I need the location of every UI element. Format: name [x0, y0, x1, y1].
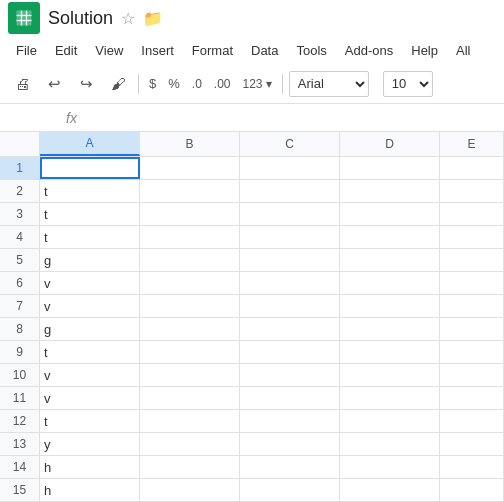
cell-B12[interactable]	[140, 410, 240, 432]
menu-item-help[interactable]: Help	[403, 39, 446, 62]
cell-B7[interactable]	[140, 295, 240, 317]
cell-E15[interactable]	[440, 479, 504, 501]
cell-B5[interactable]	[140, 249, 240, 271]
cell-E3[interactable]	[440, 203, 504, 225]
row-number[interactable]: 3	[0, 203, 40, 225]
cell-E9[interactable]	[440, 341, 504, 363]
row-number[interactable]: 1	[0, 157, 40, 179]
cell-D2[interactable]	[340, 180, 440, 202]
cell-A4[interactable]: t	[40, 226, 140, 248]
row-number[interactable]: 9	[0, 341, 40, 363]
cell-D13[interactable]	[340, 433, 440, 455]
menu-item-data[interactable]: Data	[243, 39, 286, 62]
cell-D11[interactable]	[340, 387, 440, 409]
cell-E1[interactable]	[440, 157, 504, 179]
currency-button[interactable]: $	[145, 70, 160, 98]
cell-A1[interactable]	[40, 157, 140, 179]
cell-D10[interactable]	[340, 364, 440, 386]
cell-B14[interactable]	[140, 456, 240, 478]
col-header-A[interactable]: A	[40, 132, 140, 156]
cell-A15[interactable]: h	[40, 479, 140, 501]
row-number[interactable]: 6	[0, 272, 40, 294]
col-header-C[interactable]: C	[240, 132, 340, 156]
cell-D12[interactable]	[340, 410, 440, 432]
cell-E14[interactable]	[440, 456, 504, 478]
row-number[interactable]: 13	[0, 433, 40, 455]
cell-C9[interactable]	[240, 341, 340, 363]
cell-A7[interactable]: v	[40, 295, 140, 317]
cell-A8[interactable]: g	[40, 318, 140, 340]
menu-item-edit[interactable]: Edit	[47, 39, 85, 62]
cell-C14[interactable]	[240, 456, 340, 478]
menu-item-view[interactable]: View	[87, 39, 131, 62]
cell-D14[interactable]	[340, 456, 440, 478]
cell-E2[interactable]	[440, 180, 504, 202]
col-header-E[interactable]: E	[440, 132, 504, 156]
cell-C7[interactable]	[240, 295, 340, 317]
cell-D1[interactable]	[340, 157, 440, 179]
cell-D5[interactable]	[340, 249, 440, 271]
cell-E7[interactable]	[440, 295, 504, 317]
cell-B4[interactable]	[140, 226, 240, 248]
cell-A10[interactable]: v	[40, 364, 140, 386]
cell-C15[interactable]	[240, 479, 340, 501]
cell-B10[interactable]	[140, 364, 240, 386]
cell-E6[interactable]	[440, 272, 504, 294]
cell-B6[interactable]	[140, 272, 240, 294]
menu-item-file[interactable]: File	[8, 39, 45, 62]
cell-B8[interactable]	[140, 318, 240, 340]
row-number[interactable]: 10	[0, 364, 40, 386]
cell-A9[interactable]: t	[40, 341, 140, 363]
cell-D8[interactable]	[340, 318, 440, 340]
cell-A3[interactable]: t	[40, 203, 140, 225]
row-number[interactable]: 11	[0, 387, 40, 409]
cell-A12[interactable]: t	[40, 410, 140, 432]
star-icon[interactable]: ☆	[121, 9, 135, 28]
paint-format-button[interactable]: 🖌	[104, 70, 132, 98]
cell-C6[interactable]	[240, 272, 340, 294]
menu-item-tools[interactable]: Tools	[288, 39, 334, 62]
cell-C3[interactable]	[240, 203, 340, 225]
redo-button[interactable]: ↪	[72, 70, 100, 98]
cell-A13[interactable]: y	[40, 433, 140, 455]
row-number[interactable]: 2	[0, 180, 40, 202]
cell-D6[interactable]	[340, 272, 440, 294]
cell-C5[interactable]	[240, 249, 340, 271]
row-number[interactable]: 12	[0, 410, 40, 432]
cell-E10[interactable]	[440, 364, 504, 386]
row-number[interactable]: 14	[0, 456, 40, 478]
cell-B11[interactable]	[140, 387, 240, 409]
cell-C1[interactable]	[240, 157, 340, 179]
cell-B13[interactable]	[140, 433, 240, 455]
cell-A5[interactable]: g	[40, 249, 140, 271]
menu-item-all[interactable]: All	[448, 39, 478, 62]
cell-B2[interactable]	[140, 180, 240, 202]
cell-C4[interactable]	[240, 226, 340, 248]
row-number[interactable]: 8	[0, 318, 40, 340]
cell-D9[interactable]	[340, 341, 440, 363]
cell-D7[interactable]	[340, 295, 440, 317]
col-header-D[interactable]: D	[340, 132, 440, 156]
folder-icon[interactable]: 📁	[143, 9, 163, 28]
menu-item-format[interactable]: Format	[184, 39, 241, 62]
cell-C10[interactable]	[240, 364, 340, 386]
cell-B3[interactable]	[140, 203, 240, 225]
row-number[interactable]: 4	[0, 226, 40, 248]
cell-C2[interactable]	[240, 180, 340, 202]
cell-E12[interactable]	[440, 410, 504, 432]
row-number[interactable]: 15	[0, 479, 40, 501]
cell-D3[interactable]	[340, 203, 440, 225]
cell-E4[interactable]	[440, 226, 504, 248]
cell-E13[interactable]	[440, 433, 504, 455]
dec-inc-button[interactable]: .00	[210, 70, 235, 98]
cell-E11[interactable]	[440, 387, 504, 409]
formula-input[interactable]	[85, 110, 496, 125]
font-family-select[interactable]: Arial	[289, 71, 369, 97]
cell-B9[interactable]	[140, 341, 240, 363]
cell-D15[interactable]	[340, 479, 440, 501]
cell-E8[interactable]	[440, 318, 504, 340]
font-size-select[interactable]: 10	[383, 71, 433, 97]
cell-E5[interactable]	[440, 249, 504, 271]
cell-C11[interactable]	[240, 387, 340, 409]
undo-button[interactable]: ↩	[40, 70, 68, 98]
